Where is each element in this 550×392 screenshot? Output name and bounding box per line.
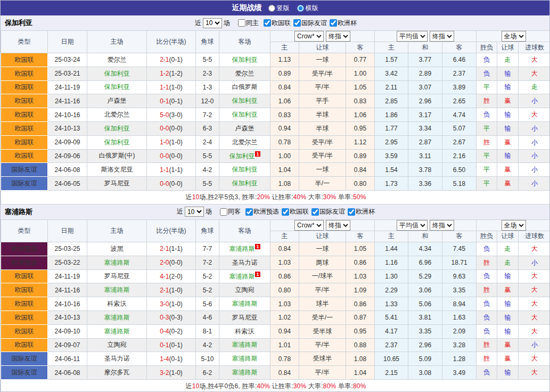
league-checkbox[interactable] [282,208,289,216]
home-odds: 1.04 [270,163,299,177]
column-subheader: 让球 [497,231,519,242]
result-handicap: 赢 [497,163,519,177]
home-team: 圣马力诺 [87,352,147,366]
league-filter[interactable]: 国际友谊 [293,19,327,28]
result-handicap: 走 [497,242,519,256]
avg-draw-odds: 2.87 [408,135,442,149]
away-team: 圣马力诺 [219,256,270,270]
score: 3-0(1-0) [147,297,196,311]
home-team: 波黑 [87,242,147,256]
league-checkbox[interactable] [293,19,301,27]
league-filter[interactable]: 欧洲杯 [330,19,357,28]
avg-draw-odds: 3.36 [408,177,442,191]
odds-source-select[interactable]: 全场 [502,220,526,231]
result-wdl: 负 [477,67,497,80]
odds-source-select[interactable]: 终指 [430,220,454,231]
home-team: 卢森堡 [87,94,147,108]
home-team: 白俄罗斯(中) [87,149,147,163]
result-goals: 小 [519,338,550,352]
column-subheader: 主 [375,231,408,242]
away-odds: 0.80 [346,177,375,191]
league-checkbox[interactable] [330,19,337,27]
match-date: 24-09-06 [48,149,87,163]
match-date: 24-09-09 [48,135,87,149]
corners: 4-2 [196,338,219,352]
match-row: 欧洲预选25-03-22塞浦路斯2-0(0-0)7-2圣马力诺1.03两球0.8… [1,256,550,270]
match-count-select[interactable]: 10 [185,207,204,217]
league-checkbox[interactable] [264,19,271,27]
home-team: 爱尔兰 [87,53,147,67]
competition-badge: 国际友谊 [1,163,48,177]
odds-source-select[interactable]: 终指 [430,31,454,42]
home-team: 摩尔多瓦 [87,366,147,380]
odds-source-select[interactable]: Crow* [294,220,324,231]
handicap-line: 受平/半 [299,135,346,149]
summary-row: 近10场,胜4平0负6, 胜率:40% 让胜率:30% 大率:80% 单率:80… [1,379,550,392]
away-team: 保加利亚 [219,94,270,108]
corners: 2-4 [196,135,219,149]
corners: 4-6 [196,311,219,324]
same-venue-checkbox[interactable] [220,208,227,216]
league-filter[interactable]: 国际友谊 [311,207,345,216]
away-team: 保加利亚1 [219,149,270,163]
sections-container: 保加利亚近10场同主欧国联国际友谊欧洲杯类型日期主场比分(半场)角球客场Crow… [1,15,549,392]
layout-option-vertical[interactable]: 竖版 [268,4,290,13]
result-goals: 大 [519,67,550,80]
handicap-line: 平/半 [299,366,346,380]
layout-option-horizontal[interactable]: 横版 [297,4,318,13]
competition-badge: 欧国联 [1,108,48,122]
odds-source-select[interactable]: Crow* [294,31,324,42]
same-venue-checkbox[interactable] [238,19,245,27]
away-team: 塞浦路斯1 [219,270,270,283]
result-handicap: 输 [497,297,519,311]
layout-radio[interactable] [297,5,304,12]
competition-badge: 欧国联 [1,121,48,135]
handicap-line: 平手 [299,94,346,108]
away-team: 塞浦路斯 [219,338,270,352]
odds-source-select[interactable]: 平均值 [397,31,428,42]
league-filter[interactable]: 欧国联 [282,207,309,216]
avg-away-odds: 7.45 [442,242,477,256]
result-wdl: 平 [477,121,497,135]
league-checkbox[interactable] [348,208,355,216]
result-wdl: 负 [477,366,497,380]
league-filter[interactable]: 欧洲预选 [245,207,279,216]
avg-home-odds: 1.77 [375,121,408,135]
match-row: 欧国联24-10-16北爱尔兰5-0(3-0)7-2保加利亚0.83半球1.06… [1,108,550,122]
avg-away-odds: 18.71 [442,256,477,270]
avg-away-odds: 5.07 [442,121,477,135]
result-goals: 小 [519,163,550,177]
same-venue-filter[interactable]: 同主 [238,19,259,28]
odds-source-select[interactable]: 终指 [326,220,350,231]
rank-badge: 1 [255,272,260,277]
match-count-select[interactable]: 10 [203,18,222,28]
league-filter[interactable]: 欧洲杯 [348,207,375,216]
league-filter[interactable]: 欧国联 [264,19,291,28]
odds-source-select[interactable]: 终指 [326,31,350,42]
matches-table: 类型日期主场比分(半场)角球客场Crow*终指平均值终指全场主让球客主和客胜负让… [1,30,550,205]
column-header: 日期 [48,219,87,242]
match-row: 欧国联24-09-10塞浦路斯0-4(0-2)8-1科索沃0.94受半球0.95… [1,324,550,338]
match-date: 24-06-08 [48,366,87,380]
layout-radio[interactable] [268,5,275,12]
column-header: 类型 [1,219,48,242]
handicap-line: 半/一 [299,177,346,191]
avg-draw-odds: 5.09 [408,352,442,366]
away-team: 白俄罗斯 [219,80,270,94]
filter-bar: 塞浦路斯近10场同客欧洲预选欧国联国际友谊欧洲杯 [1,205,549,219]
home-team: 塞浦路斯 [87,324,147,338]
league-checkbox[interactable] [311,208,319,216]
odds-source-select[interactable]: 平均值 [397,220,428,231]
league-checkbox[interactable] [245,208,253,216]
result-wdl: 平 [477,177,497,191]
home-team: 保加利亚 [87,80,147,94]
match-date: 24-11-16 [48,94,87,108]
odds-source-select[interactable]: 全场 [502,31,526,42]
same-venue-filter[interactable]: 同客 [220,207,241,216]
away-team: 塞浦路斯 [219,366,270,380]
column-subheader: 客 [442,231,477,242]
match-date: 24-06-05 [48,177,87,191]
match-row: 欧国联24-11-19罗马尼亚4-1(2-0)5-2塞浦路斯10.86一/球半1… [1,270,550,283]
away-team: 保加利亚 [219,177,270,191]
column-header: 日期 [48,31,87,53]
